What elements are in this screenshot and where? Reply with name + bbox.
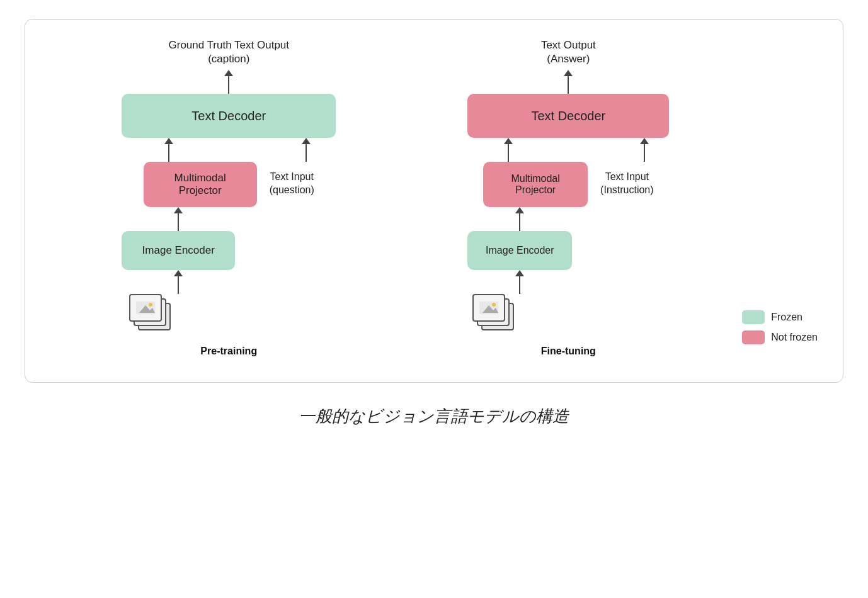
- finetune-multimodal-projector-box: Multimodal Projector: [483, 162, 588, 207]
- ft-al5: [519, 276, 520, 294]
- pretrain-title: Pre-training: [200, 346, 257, 357]
- right-area: Text Output (Answer) Text Decoder: [408, 38, 818, 363]
- ft-al3: [644, 144, 645, 162]
- finetune-image-encoder-box: Image Encoder: [467, 231, 572, 270]
- pretrain-multimodal-label: Multimodal Projector: [174, 172, 226, 197]
- ft-arrow-head: [564, 70, 573, 76]
- finetune-arrow-top: [564, 70, 573, 94]
- arrow-head-5: [174, 270, 183, 276]
- arrow-head: [224, 70, 233, 76]
- img-card-front: [129, 294, 162, 322]
- pretrain-arrow-mid-left: [164, 138, 173, 162]
- svg-point-5: [492, 303, 496, 307]
- pretrain-arrow-mid-right: [302, 138, 311, 162]
- ft-ah2: [504, 138, 513, 144]
- legend-frozen-item: Frozen: [742, 310, 818, 324]
- legend-frozen-label: Frozen: [771, 312, 802, 323]
- ft-arrow-line: [568, 76, 569, 94]
- pretrain-text-input-label: Text Input (question): [270, 171, 314, 197]
- legend-frozen-swatch: [742, 310, 765, 324]
- ft-al4: [519, 213, 520, 231]
- pretrain-text-decoder-box: Text Decoder: [122, 94, 336, 138]
- arrow-line: [228, 76, 229, 94]
- main-diagram-container: Ground Truth Text Output (caption) Text …: [25, 19, 843, 383]
- finetune-arrow-mid-left: [504, 138, 513, 162]
- arrow-line-4: [178, 213, 179, 231]
- pretrain-image-stack: [129, 294, 172, 337]
- pretrain-arrow-img: [122, 270, 235, 294]
- pretrain-arrow-enc: [122, 207, 235, 231]
- finetune-text-decoder-box: Text Decoder: [467, 94, 669, 138]
- bottom-caption: 一般的なビジョン言語モデルの構造: [0, 405, 868, 427]
- ft-mountain-svg: [479, 302, 498, 314]
- pretrain-arrow-top: [224, 70, 233, 94]
- ft-ah3: [640, 138, 649, 144]
- pretrain-image-encoder-label: Image Encoder: [142, 244, 215, 257]
- pretrain-text-decoder-label: Text Decoder: [191, 109, 266, 123]
- pretrain-diagram: Ground Truth Text Output (caption) Text …: [50, 38, 408, 363]
- finetune-arrow-enc: [467, 207, 572, 231]
- finetune-multimodal-label: Multimodal Projector: [511, 173, 559, 196]
- legend-not-frozen-swatch: [742, 330, 765, 344]
- pretrain-image-encoder-box: Image Encoder: [122, 231, 235, 270]
- arrow-head-3: [302, 138, 311, 144]
- pretrain-output-label: Ground Truth Text Output (caption): [169, 38, 290, 66]
- arrow-line-3: [306, 144, 307, 162]
- ft-al2: [508, 144, 509, 162]
- pretrain-middle-row: Multimodal Projector Text Input (questio…: [122, 162, 336, 207]
- pretrain-multimodal-projector-box: Multimodal Projector: [144, 162, 257, 207]
- finetune-text-input-label: Text Input (Instruction): [600, 171, 653, 197]
- finetune-arrow-mid-right: [640, 138, 649, 162]
- mountain-svg: [136, 302, 155, 314]
- ft-img-front: [472, 294, 505, 322]
- finetune-middle-row: Multimodal Projector Text Input (Instruc…: [467, 162, 669, 207]
- finetune-image-encoder-label: Image Encoder: [486, 245, 554, 256]
- arrow-head-2: [164, 138, 173, 144]
- arrow-line-5: [178, 276, 179, 294]
- ft-ah5: [515, 270, 524, 276]
- finetune-arrow-img: [467, 270, 572, 294]
- legend-not-frozen-label: Not frozen: [771, 332, 818, 343]
- legend-panel: Frozen Not frozen: [742, 310, 818, 344]
- arrow-line-2: [168, 144, 169, 162]
- finetune-text-decoder-label: Text Decoder: [531, 109, 605, 123]
- finetune-image-stack: [472, 294, 515, 337]
- arrow-head-4: [174, 207, 183, 213]
- ft-ah4: [515, 207, 524, 213]
- finetune-title: Fine-tuning: [541, 346, 596, 357]
- finetune-output-label: Text Output (Answer): [541, 38, 596, 66]
- finetune-diagram: Text Output (Answer) Text Decoder: [408, 38, 730, 363]
- legend-not-frozen-item: Not frozen: [742, 330, 818, 344]
- svg-point-2: [149, 303, 152, 307]
